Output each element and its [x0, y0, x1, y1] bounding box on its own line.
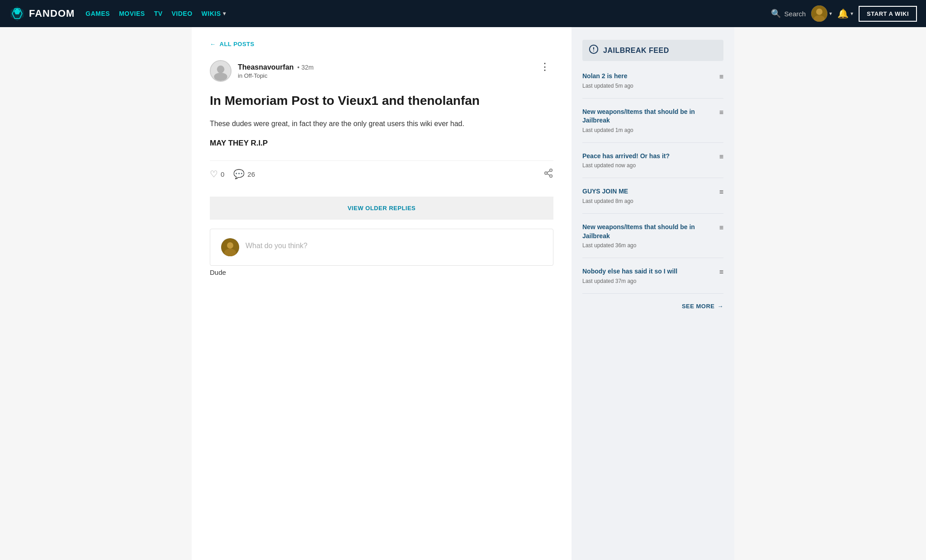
heart-icon: ♡	[210, 169, 218, 179]
search-label: Search	[784, 10, 806, 18]
nav-movies[interactable]: MOVIES	[119, 10, 145, 17]
author-info: Theasnavourfan • 32m in Off-Topic	[238, 63, 314, 79]
action-group: ♡ 0 💬 26	[210, 169, 255, 179]
feed-item-title-3[interactable]: GUYS JOIN ME	[582, 187, 633, 196]
feed-item-2: Peace has arrived! Or has it? Last updat…	[582, 152, 723, 179]
bell-icon: 🔔	[837, 8, 849, 19]
comment-button[interactable]: 💬 26	[233, 169, 255, 179]
bell-chevron-icon: ▾	[850, 10, 853, 17]
feed-item-menu-icon-1[interactable]: ≡	[719, 108, 723, 117]
comment-icon: 💬	[233, 169, 245, 179]
view-older-replies-button[interactable]: VIEW OLDER REPLIES	[210, 197, 553, 220]
feed-item-title-4[interactable]: New weapons/Items that should be in Jail…	[582, 223, 716, 240]
svg-point-4	[217, 66, 225, 73]
see-more-link[interactable]: SEE MORE →	[682, 303, 723, 310]
post-actions: ♡ 0 💬 26	[210, 160, 553, 188]
avatar	[811, 5, 827, 22]
post-body: These dudes were great, in fact they are…	[210, 118, 553, 130]
author-name: Theasnavourfan	[238, 63, 294, 71]
feed-item-meta-1: Last updated 1m ago	[582, 127, 716, 133]
feed-item-meta-5: Last updated 37m ago	[582, 278, 677, 284]
svg-point-5	[214, 73, 227, 81]
feed-item-meta-0: Last updated 5m ago	[582, 83, 633, 89]
start-wiki-button[interactable]: START A WIKI	[859, 6, 917, 22]
search-bar[interactable]: 🔍 Search	[771, 9, 806, 19]
nav-video[interactable]: VIDEO	[172, 10, 193, 17]
feed-item-menu-icon-5[interactable]: ≡	[719, 268, 723, 276]
feed-item-meta-4: Last updated 36m ago	[582, 242, 716, 249]
nav-wikis[interactable]: WIKIS ▾	[202, 10, 226, 17]
feed-item-0: Nolan 2 is here Last updated 5m ago ≡	[582, 72, 723, 99]
feed-item-5: Nobody else has said it so I will Last u…	[582, 267, 723, 294]
notifications-button[interactable]: 🔔 ▾	[837, 8, 853, 19]
all-posts-label: ALL POSTS	[220, 41, 255, 47]
author-name-row: Theasnavourfan • 32m	[238, 63, 314, 71]
navbar: FANDOM GAMES MOVIES TV VIDEO WIKIS ▾ 🔍 S…	[0, 0, 926, 27]
post-title: In Memoriam Post to Vieux1 and thenolanf…	[210, 93, 553, 109]
fandom-logo[interactable]: FANDOM	[9, 5, 75, 22]
like-button[interactable]: ♡ 0	[210, 169, 224, 179]
comment-input-area: What do you think?	[246, 238, 307, 250]
feed-item-title-1[interactable]: New weapons/Items that should be in Jail…	[582, 108, 716, 125]
see-more-arrow-icon: →	[718, 303, 724, 310]
feed-item-menu-icon-2[interactable]: ≡	[719, 153, 723, 161]
feed-item-menu-icon-0[interactable]: ≡	[719, 73, 723, 81]
comment-input-box[interactable]: What do you think?	[210, 229, 553, 266]
feed-item-meta-3: Last updated 8m ago	[582, 198, 633, 204]
main-content: ← ALL POSTS Theasnavourfan • 32m	[192, 27, 572, 560]
author-wrap: Theasnavourfan • 32m in Off-Topic	[210, 60, 314, 82]
feed-icon	[589, 44, 599, 56]
share-button[interactable]	[543, 168, 553, 180]
feed-item-title-0[interactable]: Nolan 2 is here	[582, 72, 633, 81]
nav-links: GAMES MOVIES TV VIDEO WIKIS ▾	[85, 10, 760, 17]
svg-line-9	[547, 174, 550, 175]
search-icon: 🔍	[771, 9, 781, 19]
commenter-avatar	[221, 238, 239, 256]
post-time: • 32m	[298, 64, 314, 71]
post-highlight: MAY THEY R.I.P	[210, 139, 553, 148]
more-options-button[interactable]: ⋮	[536, 60, 553, 74]
wikis-chevron-icon: ▾	[223, 10, 226, 17]
comment-count: 26	[247, 170, 255, 178]
feed-header: JAILBREAK FEED	[582, 40, 723, 61]
feed-item-4: New weapons/Items that should be in Jail…	[582, 223, 723, 258]
nav-games[interactable]: GAMES	[85, 10, 110, 17]
share-icon	[543, 170, 553, 180]
author-avatar	[210, 60, 232, 82]
back-arrow-icon: ←	[210, 41, 216, 47]
feed-item-meta-2: Last updated now ago	[582, 162, 670, 169]
page-content: ← ALL POSTS Theasnavourfan • 32m	[192, 27, 734, 560]
svg-point-12	[227, 242, 233, 249]
all-posts-link[interactable]: ← ALL POSTS	[210, 41, 553, 47]
feed-item-1: New weapons/Items that should be in Jail…	[582, 108, 723, 143]
like-count: 0	[221, 170, 224, 178]
comment-placeholder: What do you think?	[246, 238, 307, 250]
feed-item-3: GUYS JOIN ME Last updated 8m ago ≡	[582, 187, 723, 214]
feed-item-title-2[interactable]: Peace has arrived! Or has it?	[582, 152, 670, 161]
svg-line-10	[547, 171, 550, 173]
nav-right: 🔍 Search ▾ 🔔 ▾ START A WIKI	[771, 5, 917, 22]
author-category: in Off-Topic	[238, 72, 314, 79]
svg-point-1	[816, 9, 822, 15]
user-avatar-button[interactable]: ▾	[811, 5, 832, 22]
see-more-row: SEE MORE →	[582, 303, 723, 310]
feed-item-menu-icon-3[interactable]: ≡	[719, 188, 723, 196]
post-header: Theasnavourfan • 32m in Off-Topic ⋮	[210, 60, 553, 82]
sidebar: JAILBREAK FEED Nolan 2 is here Last upda…	[572, 27, 734, 560]
avatar-chevron-icon: ▾	[829, 10, 832, 17]
nav-tv[interactable]: TV	[154, 10, 163, 17]
feed-item-menu-icon-4[interactable]: ≡	[719, 224, 723, 232]
logo-text: FANDOM	[29, 8, 75, 19]
feed-item-title-5[interactable]: Nobody else has said it so I will	[582, 267, 677, 276]
feed-title: JAILBREAK FEED	[603, 47, 669, 55]
comment-partial-text: Dude	[210, 268, 553, 276]
